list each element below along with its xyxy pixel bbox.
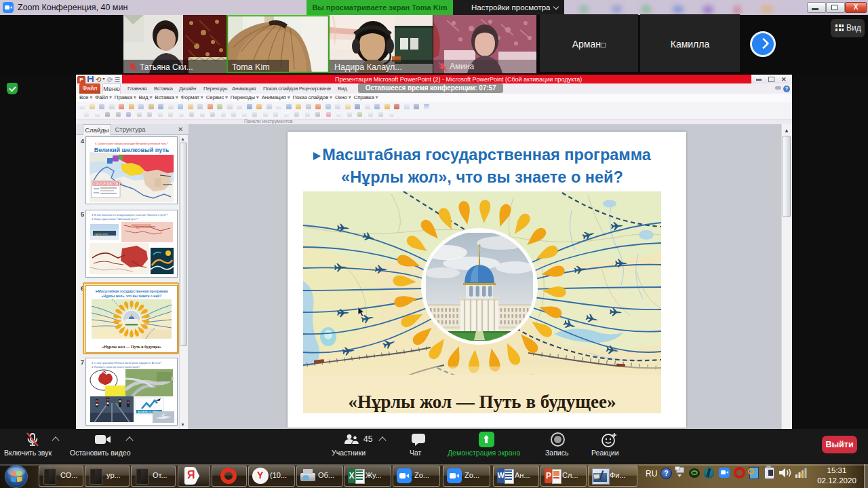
svg-text:➤ С чем сравнивает Елбасы ма: ➤ С чем сравнивает Елбасы магистрали, ид… <box>92 362 161 364</box>
svg-text:Стратегия развития: Стратегия развития <box>134 225 155 228</box>
svg-text:Великий шелковый путь: Великий шелковый путь <box>94 147 170 153</box>
svg-text:➤ Назовите, какие вы знаете: ➤ Назовите, какие вы знаете магистрали? <box>92 366 140 369</box>
svg-text:нурлы жол: нурлы жол <box>94 232 108 236</box>
svg-text:Toma Kim: Toma Kim <box>232 62 270 72</box>
svg-text:«Нұрлы жол — Путь в будущее»: «Нұрлы жол — Путь в будущее» <box>102 345 161 349</box>
svg-text:«Нұрлы жол — Путь в будущее»: «Нұрлы жол — Путь в будущее» <box>349 392 616 412</box>
svg-text:Амина: Амина <box>450 62 475 71</box>
svg-text:Татьяна Ски...: Татьяна Ски... <box>140 62 193 72</box>
svg-text:6. Через какие города проходил: 6. Через какие города проходил Великий ш… <box>95 142 168 145</box>
svg-text:Надира Калаул...: Надира Калаул... <box>334 62 402 72</box>
svg-text:➤ В чем заключается международ: ➤ В чем заключается международное значен… <box>92 214 167 217</box>
svg-text:➤Масштабная государственная пр: ➤Масштабная государственная программа <box>95 289 168 293</box>
svg-text:«Нұрлы жол», что вы знаете о н: «Нұрлы жол», что вы знаете о ней? <box>102 294 161 298</box>
svg-text:➤ Когда существовал «Шелковый: ➤ Когда существовал «Шелковый путь»? <box>92 218 138 221</box>
svg-text:ВЕЛИКИЙ ШЕЛКОВЫЙ ПУТЬ: ВЕЛИКИЙ ШЕЛКОВЫЙ ПУТЬ <box>94 183 122 185</box>
